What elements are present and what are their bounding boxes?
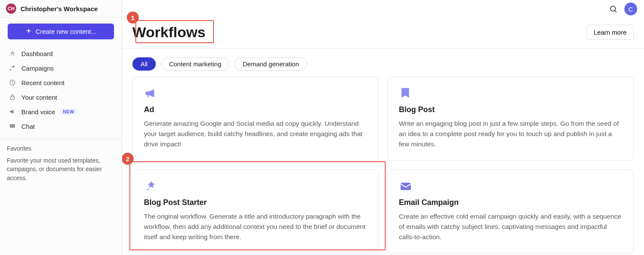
sidebar-item-brand-voice[interactable]: Brand voice NEW <box>4 104 117 119</box>
card-description: Write an engaging blog post in just a fe… <box>399 119 622 149</box>
page-header: Workflows Learn more <box>122 0 644 49</box>
page-title: Workflows <box>132 24 205 41</box>
svg-rect-4 <box>10 124 15 128</box>
svg-point-7 <box>610 6 615 11</box>
card-description: Generate amazing Google and Social media… <box>144 119 367 149</box>
new-badge: NEW <box>60 108 77 115</box>
workspace-name: Christopher's Workspace <box>20 5 98 12</box>
workflow-card-blog-post[interactable]: Blog Post Write an engaging blog post in… <box>387 77 634 161</box>
sidebar-item-label: Brand voice <box>21 108 55 116</box>
mail-icon <box>399 179 413 193</box>
workflow-card-ad[interactable]: Ad Generate amazing Google and Social me… <box>132 77 379 161</box>
workspace-switcher[interactable]: CH Christopher's Workspace <box>0 0 122 18</box>
megaphone-icon <box>9 108 16 116</box>
svg-rect-9 <box>401 183 411 190</box>
sidebar-item-campaigns[interactable]: Campaigns <box>4 61 117 75</box>
sidebar-item-label: Recent content <box>21 79 64 86</box>
search-icon[interactable] <box>609 5 618 13</box>
filter-all[interactable]: All <box>132 57 156 71</box>
sidebar-item-your-content[interactable]: Your content <box>4 90 117 104</box>
main-content: C Workflows Learn more All Content marke… <box>122 0 644 255</box>
workflow-card-email-campaign[interactable]: Email Campaign Create an effective cold … <box>387 169 634 254</box>
svg-rect-3 <box>10 97 14 99</box>
workflow-card-blog-post-starter[interactable]: Blog Post Starter The original workflow.… <box>132 169 379 254</box>
sidebar-item-label: Dashboard <box>21 50 53 57</box>
megaphone-icon <box>144 86 158 100</box>
sidebar-nav: Dashboard Campaigns Recent content Your … <box>0 44 122 136</box>
svg-point-5 <box>11 126 12 127</box>
card-title: Blog Post <box>399 105 622 114</box>
wand-icon <box>144 179 158 193</box>
card-title: Ad <box>144 105 367 114</box>
favorites-title: Favorites <box>7 145 115 152</box>
topbar: C <box>609 3 637 15</box>
bookmark-icon <box>399 86 413 100</box>
card-description: Create an effective cold email campaign … <box>399 211 622 242</box>
filter-content-marketing[interactable]: Content marketing <box>161 57 230 71</box>
lock-icon <box>9 93 16 101</box>
clock-icon <box>9 79 16 86</box>
filter-row: All Content marketing Demand generation <box>122 49 644 71</box>
sidebar-item-recent-content[interactable]: Recent content <box>4 75 117 90</box>
workflow-card-grid: Ad Generate amazing Google and Social me… <box>122 77 644 255</box>
card-title: Email Campaign <box>399 198 622 207</box>
sidebar-item-dashboard[interactable]: Dashboard <box>4 46 117 61</box>
create-button-label: Create new content... <box>35 28 97 35</box>
sidebar: CH Christopher's Workspace Create new co… <box>0 0 122 255</box>
card-title: Blog Post Starter <box>144 198 367 207</box>
plus-icon <box>25 27 32 36</box>
sidebar-item-label: Your content <box>21 94 57 101</box>
favorites-description: Favorite your most used templates, campa… <box>7 156 115 182</box>
home-icon <box>9 50 16 57</box>
sidebar-item-chat[interactable]: Chat <box>4 119 117 133</box>
workspace-avatar: CH <box>6 3 16 14</box>
svg-point-6 <box>13 126 14 127</box>
card-description: The original workflow. Generate a title … <box>144 211 367 242</box>
learn-more-button[interactable]: Learn more <box>586 25 634 40</box>
create-new-content-button[interactable]: Create new content... <box>8 24 114 39</box>
svg-line-8 <box>615 11 617 12</box>
filter-demand-generation[interactable]: Demand generation <box>234 57 307 71</box>
sidebar-item-label: Chat <box>21 123 35 130</box>
sidebar-item-label: Campaigns <box>21 65 54 72</box>
user-avatar[interactable]: C <box>624 3 637 15</box>
rocket-icon <box>9 64 16 72</box>
favorites-section: Favorites Favorite your most used templa… <box>0 139 122 188</box>
chat-icon <box>9 122 16 130</box>
